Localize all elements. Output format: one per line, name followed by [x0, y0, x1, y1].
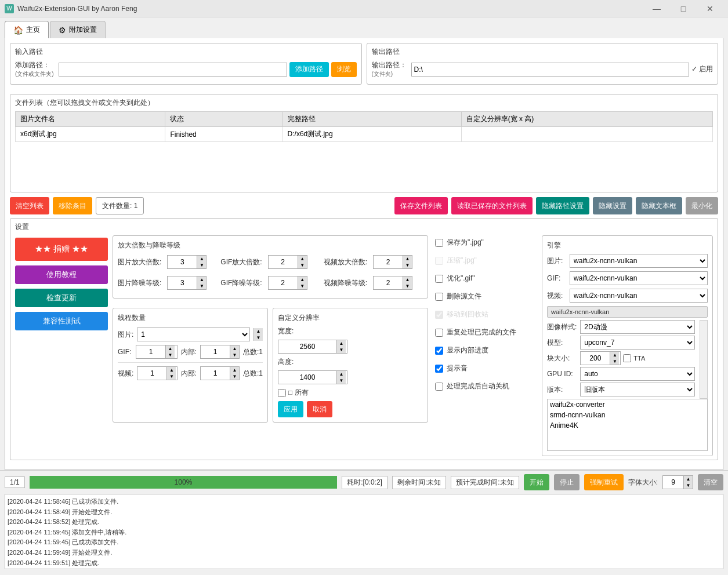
delete-source-checkbox[interactable]	[435, 293, 443, 301]
video-thread-down[interactable]: ▼	[166, 373, 176, 380]
img-scale-up[interactable]: ▲	[197, 256, 206, 262]
font-size-down[interactable]: ▼	[683, 482, 693, 489]
table-row[interactable]: x6d测试.jpg Finished D:/x6d测试.jpg	[16, 127, 713, 142]
video-inner-input[interactable]	[201, 367, 230, 380]
type-select[interactable]: upconv_7upconv_9	[580, 336, 695, 350]
optimize-gif-checkbox[interactable]	[435, 275, 443, 283]
img-denoise-up[interactable]: ▲	[197, 276, 206, 283]
video-inner-down[interactable]: ▼	[230, 373, 239, 380]
gif-denoise-down[interactable]: ▼	[298, 283, 307, 289]
gif-scale-up[interactable]: ▲	[298, 256, 307, 262]
gif-thread-down[interactable]: ▼	[165, 352, 175, 358]
block-down[interactable]: ▼	[610, 358, 619, 365]
tab-home[interactable]: 🏠 主页	[5, 21, 49, 38]
height-input[interactable]	[278, 371, 336, 384]
gif-denoise-input[interactable]	[269, 276, 298, 289]
video-denoise-spinner[interactable]: ▲ ▼	[373, 276, 412, 290]
clear-log-button[interactable]: 清空	[698, 474, 723, 490]
gif-inner-up[interactable]: ▲	[230, 345, 239, 352]
gif-denoise-up[interactable]: ▲	[298, 276, 307, 283]
img-scale-spinner[interactable]: ▲ ▼	[167, 255, 207, 269]
width-down[interactable]: ▼	[336, 347, 346, 353]
engine-list-item[interactable]: Anime4K	[548, 420, 707, 431]
gif-thread-input[interactable]	[136, 345, 165, 358]
video-denoise-down[interactable]: ▼	[403, 283, 412, 289]
gif-thread-up[interactable]: ▲	[165, 345, 175, 352]
check-update-button[interactable]: 检查更新	[15, 289, 108, 307]
auto-shutdown-checkbox[interactable]	[435, 383, 443, 391]
height-down[interactable]: ▼	[336, 377, 346, 384]
video-thread-spinner[interactable]: ▲ ▼	[137, 366, 177, 380]
output-path-field[interactable]	[411, 63, 689, 77]
model-select[interactable]: 2D动漫照片	[580, 320, 695, 334]
tab-settings[interactable]: ⚙ 附加设置	[50, 21, 106, 38]
img-thread-up[interactable]: ▲	[253, 328, 263, 334]
video-inner-up[interactable]: ▲	[230, 367, 239, 373]
font-size-input[interactable]	[663, 476, 683, 489]
tutorial-button[interactable]: 使用教程	[15, 265, 108, 284]
save-jpg-checkbox[interactable]	[435, 239, 443, 247]
version-select[interactable]: 旧版本新版本	[580, 383, 695, 396]
width-input[interactable]	[278, 340, 336, 353]
read-list-button[interactable]: 读取已保存的文件列表	[451, 197, 533, 214]
engine-list-item[interactable]: waifu2x-converter	[548, 399, 707, 410]
video-scale-spinner[interactable]: ▲ ▼	[373, 255, 412, 269]
start-button[interactable]: 开始	[524, 474, 549, 490]
save-list-button[interactable]: 保存文件列表	[394, 197, 448, 214]
img-scale-input[interactable]	[168, 256, 197, 268]
clear-list-button[interactable]: 清空列表	[10, 197, 49, 214]
img-thread-down[interactable]: ▼	[253, 334, 263, 341]
gif-denoise-spinner[interactable]: ▲ ▼	[268, 276, 307, 290]
minimize-button[interactable]: 最小化	[686, 197, 718, 214]
hide-path-button[interactable]: 隐藏路径设置	[536, 197, 589, 214]
apply-button[interactable]: 应用	[278, 401, 303, 417]
stop-button[interactable]: 停止	[554, 474, 579, 490]
font-size-up[interactable]: ▲	[683, 476, 693, 482]
gif-inner-down[interactable]: ▼	[230, 352, 239, 358]
engine-video-select[interactable]: waifu2x-ncnn-vulkan waifu2x-converter sr…	[570, 289, 708, 303]
width-up[interactable]: ▲	[336, 340, 346, 347]
move-recycle-checkbox[interactable]	[435, 311, 443, 319]
input-path-field[interactable]	[59, 63, 287, 77]
remove-item-button[interactable]: 移除条目	[53, 197, 92, 214]
gif-thread-spinner[interactable]: ▲ ▼	[136, 345, 178, 359]
height-spinner[interactable]: ▲ ▼	[278, 370, 347, 384]
img-denoise-input[interactable]	[168, 276, 197, 289]
donate-button[interactable]: ★★ 捐赠 ★★	[15, 238, 108, 261]
video-denoise-up[interactable]: ▲	[403, 276, 412, 283]
block-input[interactable]	[581, 352, 610, 365]
gif-scale-spinner[interactable]: ▲ ▼	[268, 255, 307, 269]
gpu-select[interactable]: auto01	[580, 367, 695, 381]
add-path-button[interactable]: 添加路径	[289, 62, 329, 77]
hide-textbox-button[interactable]: 隐藏文本框	[636, 197, 682, 214]
font-size-spinner[interactable]: ▲ ▼	[662, 475, 693, 489]
width-spinner[interactable]: ▲ ▼	[278, 340, 347, 354]
video-scale-up[interactable]: ▲	[403, 256, 412, 262]
height-up[interactable]: ▲	[336, 371, 346, 377]
tta-checkbox[interactable]	[623, 354, 631, 362]
engine-gif-select[interactable]: waifu2x-ncnn-vulkan waifu2x-converter sr…	[570, 271, 708, 285]
video-thread-up[interactable]: ▲	[166, 367, 176, 373]
video-thread-input[interactable]	[137, 367, 166, 380]
hide-settings-button[interactable]: 隐藏设置	[593, 197, 632, 214]
engine-list-item[interactable]: srmd-ncnn-vulkan	[548, 410, 707, 420]
video-inner-spinner[interactable]: ▲ ▼	[200, 366, 240, 380]
show-progress-checkbox[interactable]	[435, 347, 443, 355]
video-scale-down[interactable]: ▼	[403, 262, 412, 268]
browse-button[interactable]: 浏览	[331, 62, 357, 77]
maximize-window-button[interactable]: □	[670, 0, 697, 17]
gif-inner-spinner[interactable]: ▲ ▼	[200, 345, 240, 359]
play-sound-checkbox[interactable]	[435, 365, 443, 373]
video-scale-input[interactable]	[374, 256, 403, 268]
close-window-button[interactable]: ✕	[697, 0, 723, 17]
cancel-res-button[interactable]: 取消	[307, 401, 332, 417]
all-checkbox[interactable]	[278, 389, 286, 397]
block-spinner[interactable]: ▲ ▼	[580, 351, 621, 365]
gif-scale-down[interactable]: ▼	[298, 262, 307, 268]
block-up[interactable]: ▲	[610, 352, 619, 358]
minimize-window-button[interactable]: —	[643, 0, 670, 17]
img-denoise-down[interactable]: ▼	[197, 283, 206, 289]
reprocess-checkbox[interactable]	[435, 329, 443, 337]
engine-img-select[interactable]: waifu2x-ncnn-vulkan waifu2x-converter sr…	[570, 254, 708, 268]
img-scale-down[interactable]: ▼	[197, 262, 206, 268]
